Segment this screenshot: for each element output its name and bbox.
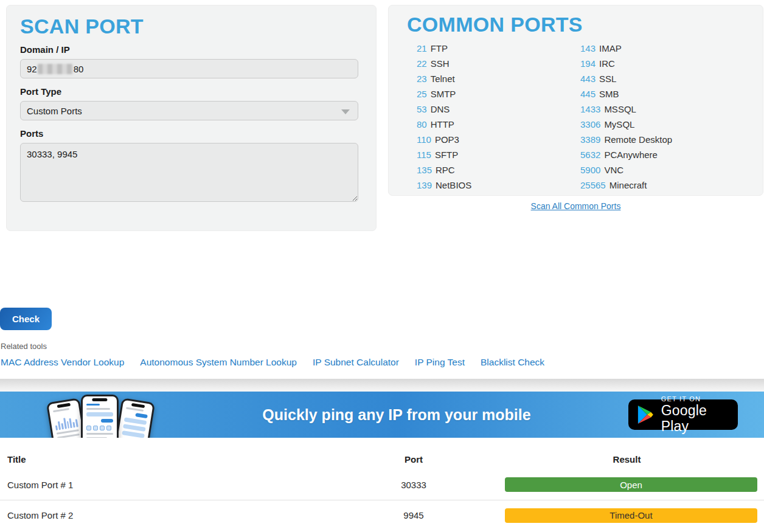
- table-row: Custom Port # 2 9945 Timed-Out: [0, 500, 764, 530]
- port-item: 139NetBIOS: [417, 178, 580, 193]
- row-port: 9945: [338, 510, 490, 520]
- port-number: 110: [417, 134, 431, 145]
- common-ports-card: COMMON PORTS 21FTP 22SSH 23Telnet 25SMTP…: [388, 5, 763, 196]
- port-name: IMAP: [599, 43, 622, 54]
- table-row: Custom Port # 1 30333 Open: [0, 469, 764, 500]
- port-name: PCAnywhere: [604, 150, 658, 160]
- port-type-label: Port Type: [20, 86, 376, 97]
- link-asn-lookup[interactable]: Autonomous System Number Lookup: [140, 357, 297, 368]
- status-badge-timed-out: Timed-Out: [505, 508, 757, 523]
- row-title: Custom Port # 2: [0, 510, 338, 520]
- google-play-badge[interactable]: GET IT ON Google Play: [628, 399, 738, 430]
- header-result: Result: [490, 454, 764, 465]
- google-play-icon: [637, 406, 654, 424]
- port-name: SSL: [599, 74, 616, 84]
- domain-ip-value-suffix: 80: [74, 64, 84, 74]
- common-ports-list: 21FTP 22SSH 23Telnet 25SMTP 53DNS 80HTTP…: [389, 38, 763, 193]
- port-number: 3389: [580, 134, 600, 145]
- port-number: 5900: [580, 165, 600, 175]
- port-item: 22SSH: [417, 56, 580, 71]
- header-title: Title: [0, 454, 338, 465]
- scan-port-title: SCAN PORT: [20, 16, 376, 36]
- port-number: 25565: [580, 180, 606, 190]
- port-item: 3389Remote Desktop: [580, 132, 763, 147]
- header-port: Port: [338, 454, 490, 465]
- scan-all-common-ports-link[interactable]: Scan All Common Ports: [531, 201, 621, 211]
- port-name: VNC: [604, 165, 623, 175]
- port-scanner-page: SCAN PORT Domain / IP 9280 Port Type Cus…: [0, 0, 764, 532]
- domain-ip-label: Domain / IP: [20, 44, 376, 55]
- port-name: MSSQL: [604, 104, 636, 114]
- port-number: 115: [417, 150, 431, 160]
- port-item: 115SFTP: [417, 147, 580, 162]
- port-name: Remote Desktop: [604, 134, 672, 145]
- port-item: 80HTTP: [417, 117, 580, 132]
- scan-port-card: SCAN PORT Domain / IP 9280 Port Type Cus…: [6, 5, 377, 231]
- related-tools-heading: Related tools: [1, 342, 47, 351]
- port-type-select[interactable]: Custom Ports: [20, 101, 358, 120]
- check-button[interactable]: Check: [0, 308, 52, 330]
- domain-ip-input[interactable]: 9280: [20, 59, 358, 78]
- port-name: SSH: [431, 58, 450, 69]
- port-item: 1433MSSQL: [580, 102, 763, 117]
- port-name: DNS: [431, 104, 450, 114]
- port-item: 5632PCAnywhere: [580, 147, 763, 162]
- port-number: 80: [417, 119, 427, 130]
- port-item: 110POP3: [417, 132, 580, 147]
- row-port: 30333: [338, 480, 490, 490]
- link-ip-ping-test[interactable]: IP Ping Test: [415, 357, 465, 368]
- section-divider: [0, 379, 764, 392]
- port-number: 445: [580, 89, 596, 99]
- port-name: NetBIOS: [436, 180, 471, 190]
- port-number: 194: [580, 58, 596, 69]
- port-name: SFTP: [435, 150, 458, 160]
- port-name: FTP: [431, 43, 448, 54]
- port-item: 25SMTP: [417, 86, 580, 102]
- port-number: 21: [417, 43, 427, 54]
- port-item: 445SMB: [580, 86, 763, 102]
- google-play-store-name: Google Play: [661, 402, 738, 435]
- port-type-selected-value: Custom Ports: [27, 106, 82, 116]
- google-play-badge-text: GET IT ON Google Play: [661, 395, 738, 435]
- port-name: SMTP: [431, 89, 456, 99]
- port-item: 25565Minecraft: [580, 178, 763, 193]
- link-ip-subnet-calculator[interactable]: IP Subnet Calculator: [313, 357, 399, 368]
- port-item: 143IMAP: [580, 41, 763, 56]
- port-number: 443: [580, 74, 596, 84]
- port-number: 23: [417, 74, 427, 84]
- port-name: POP3: [435, 134, 459, 145]
- port-number: 135: [417, 165, 432, 175]
- port-name: Telnet: [431, 74, 455, 84]
- domain-ip-value-prefix: 92: [27, 64, 37, 74]
- related-tools-links: MAC Address Vendor Lookup Autonomous Sys…: [1, 357, 544, 368]
- port-name: SMB: [599, 89, 619, 99]
- chevron-down-icon: [341, 109, 350, 114]
- port-name: IRC: [599, 58, 615, 69]
- row-title: Custom Port # 1: [0, 480, 338, 490]
- port-item: 5900VNC: [580, 162, 763, 178]
- common-ports-title: COMMON PORTS: [407, 14, 763, 35]
- phone-mockup-right: [113, 398, 155, 438]
- domain-ip-redacted-blur: [38, 64, 73, 74]
- link-mac-address-vendor-lookup[interactable]: MAC Address Vendor Lookup: [1, 357, 124, 368]
- port-item: 135RPC: [417, 162, 580, 178]
- status-badge-open: Open: [505, 477, 757, 492]
- port-item: 443SSL: [580, 71, 763, 86]
- ports-textarea[interactable]: 30333, 9945: [20, 143, 358, 202]
- mobile-app-banner: Quickly ping any IP from your mobile GET…: [0, 392, 764, 438]
- phone-mockups-image: [50, 394, 151, 438]
- port-number: 3306: [580, 119, 600, 130]
- scan-results-table: Title Port Result Custom Port # 1 30333 …: [0, 449, 764, 530]
- port-item: 21FTP: [417, 41, 580, 56]
- port-name: MySQL: [604, 119, 634, 130]
- google-play-tagline: GET IT ON: [661, 395, 738, 402]
- link-blacklist-check[interactable]: Blacklist Check: [481, 357, 544, 368]
- port-number: 22: [417, 58, 427, 69]
- port-number: 25: [417, 89, 427, 99]
- banner-headline: Quickly ping any IP from your mobile: [262, 406, 530, 424]
- port-number: 1433: [580, 104, 600, 114]
- scan-all-wrap: Scan All Common Ports: [388, 201, 763, 212]
- port-number: 5632: [580, 150, 600, 160]
- port-item: 23Telnet: [417, 71, 580, 86]
- port-item: 194IRC: [580, 56, 763, 71]
